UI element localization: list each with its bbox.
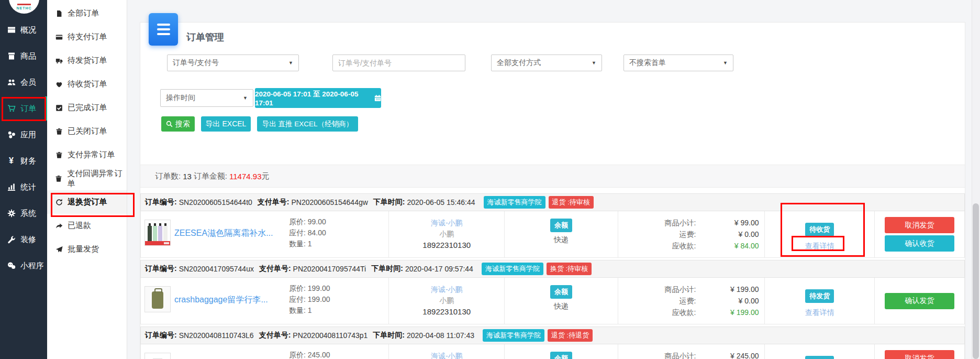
order-status-badge: 待收货 bbox=[805, 223, 834, 236]
yen-icon: ¥ bbox=[7, 157, 16, 166]
redo-arrow-icon bbox=[55, 222, 63, 230]
scrollbar-thumb[interactable] bbox=[973, 203, 979, 359]
submenu-item-payment-exception[interactable]: 支付异常订单 bbox=[47, 143, 127, 167]
order-action-button[interactable]: 取消发货 bbox=[885, 350, 954, 359]
order-time-value: 2020-04-08 11:07:43 bbox=[407, 331, 474, 340]
submenu-item-pending-shipment[interactable]: 待发货订单 bbox=[47, 49, 127, 72]
product-cell: ZEESEA滋色隔离霜补水... 原价: 99.00 应付: 84.00 数量:… bbox=[141, 211, 389, 257]
main-nav: 概况 商品 会员 订单 应用 ¥ 财务 统计 系统 bbox=[0, 17, 47, 279]
order-row: ZEESEA滋色隔离霜补水... 原价: 99.00 应付: 84.00 数量:… bbox=[140, 211, 965, 258]
chevron-down-icon: ▼ bbox=[592, 60, 596, 66]
submenu-item-closed[interactable]: 已关闭订单 bbox=[47, 119, 127, 143]
sidebar-item-orders[interactable]: 订单 bbox=[0, 95, 47, 122]
product-name-link[interactable]: ZEESEA滋色隔离霜补水... bbox=[174, 228, 273, 239]
sidebar-item-members[interactable]: 会员 bbox=[0, 69, 47, 95]
buyer-cell: 海诚-小鹏 小鹏 18922310130 bbox=[389, 278, 505, 324]
sidebar-item-overview[interactable]: 概况 bbox=[0, 17, 47, 43]
sidebar-item-label: 订单 bbox=[20, 104, 36, 114]
order-time-label: 下单时间: bbox=[371, 264, 403, 274]
order-field-select[interactable]: 订单号/支付号 ▼ bbox=[167, 55, 299, 71]
pay-method-select[interactable]: 全部支付方式 ▼ bbox=[491, 55, 602, 71]
order-action-button[interactable]: 确认发货 bbox=[885, 293, 954, 309]
totals-cell: 商品小计:¥ 199.00 运费:¥ 0.00 应收款:¥ 199.00 bbox=[618, 278, 765, 324]
cart-icon bbox=[7, 104, 16, 113]
sidebar-item-apps[interactable]: 应用 bbox=[0, 122, 47, 148]
sidebar-item-miniprogram[interactable]: 小程序 bbox=[0, 253, 47, 279]
product-image[interactable] bbox=[144, 220, 171, 246]
sidebar-item-system[interactable]: 系统 bbox=[0, 200, 47, 226]
order-amount-unit: 元 bbox=[261, 171, 269, 181]
subtotal-label: 商品小计: bbox=[665, 350, 696, 359]
export-dealer-excel-button[interactable]: 导出 直推 EXCEL（经销商） bbox=[257, 116, 358, 132]
sidebar-item-finance[interactable]: ¥ 财务 bbox=[0, 148, 47, 174]
chevron-down-icon: ▼ bbox=[288, 60, 293, 66]
scrollbar-track bbox=[972, 0, 980, 359]
buyer-name: 小鹏 bbox=[389, 295, 504, 306]
order-count-value: 13 bbox=[183, 172, 192, 181]
submenu-item-label: 已退款 bbox=[68, 221, 91, 231]
submenu-item-batch-shipment[interactable]: 批量发货 bbox=[47, 237, 127, 261]
view-detail-link[interactable]: 查看详情 bbox=[765, 308, 874, 318]
export-excel-button[interactable]: 导出 EXCEL bbox=[201, 116, 251, 132]
submenu-item-callback-exception[interactable]: 支付回调异常订单 bbox=[47, 167, 127, 190]
buyer-cell: 海诚-小鹏 bbox=[389, 344, 505, 359]
subtotal-value: ¥ 199.00 bbox=[696, 284, 759, 295]
quantity-row: 数量: 1 bbox=[289, 305, 330, 316]
order-count-label: 订单数: bbox=[155, 171, 181, 181]
sidebar-item-decorate[interactable]: 装修 bbox=[0, 226, 47, 253]
product-cell: 原价: 245.00 应付: 数量: bbox=[141, 344, 389, 359]
order-row: 原价: 245.00 应付: 数量: 海诚-小鹏 余额 商品小计:¥ 245.0… bbox=[140, 344, 965, 359]
bar-chart-icon bbox=[7, 183, 16, 192]
select-value: 操作时间 bbox=[166, 93, 195, 103]
submenu-item-return-exchange[interactable]: 退换货订单 bbox=[47, 190, 127, 214]
receivable-value: ¥ 199.00 bbox=[696, 307, 759, 318]
buyer-shop-link[interactable]: 海诚-小鹏 bbox=[389, 284, 504, 295]
submenu-item-refunded[interactable]: 已退款 bbox=[47, 214, 127, 237]
order-list: 订单编号: SN20200605154644t0 支付单号: PN2020060… bbox=[140, 193, 965, 359]
submenu-item-pending-payment[interactable]: 待支付订单 bbox=[47, 25, 127, 49]
product-price-list: 原价: 99.00 应付: 84.00 数量: 1 bbox=[289, 216, 326, 249]
product-image[interactable] bbox=[144, 353, 171, 359]
order-no-value: SN20200408110743L6 bbox=[179, 331, 254, 340]
pay-method-badge: 余额 bbox=[550, 352, 572, 359]
original-price-value: 99.00 bbox=[308, 217, 326, 226]
submenu-item-all-orders[interactable]: 全部订单 bbox=[47, 2, 127, 25]
chat-bubbles-icon bbox=[7, 262, 16, 270]
subtotal-label: 商品小计: bbox=[665, 217, 696, 229]
sidebar-item-goods[interactable]: 商品 bbox=[0, 43, 47, 69]
view-detail-link[interactable]: 查看详情 bbox=[765, 242, 874, 251]
search-button[interactable]: 搜索 bbox=[161, 116, 195, 132]
submenu-item-completed[interactable]: 已完成订单 bbox=[47, 96, 127, 119]
product-image[interactable] bbox=[144, 286, 171, 312]
sidebar-item-stats[interactable]: 统计 bbox=[0, 174, 47, 200]
date-range-button[interactable]: 2020-06-05 17:01 至 2020-06-05 17:01 bbox=[255, 88, 381, 108]
date-range-text: 2020-06-05 17:01 至 2020-06-05 17:01 bbox=[255, 90, 371, 107]
hamburger-menu-button[interactable] bbox=[149, 13, 178, 46]
buyer-shop-link[interactable]: 海诚-小鹏 bbox=[389, 351, 504, 359]
pay-method-badge: 余额 bbox=[550, 285, 572, 299]
wrench-icon bbox=[7, 235, 16, 244]
submenu-item-pending-receipt[interactable]: 待收货订单 bbox=[47, 72, 127, 96]
product-price-list: 原价: 245.00 应付: 数量: bbox=[289, 350, 330, 359]
original-price-label: 原价: bbox=[289, 284, 306, 292]
return-status-badge: 换货 :待审核 bbox=[547, 263, 592, 275]
order-amount-label: 订单金额: bbox=[194, 171, 227, 181]
first-order-select[interactable]: 不搜索首单 ▼ bbox=[623, 55, 733, 71]
order-action-button[interactable]: 取消发货 bbox=[885, 217, 954, 233]
time-type-select[interactable]: 操作时间 ▼ bbox=[160, 89, 253, 107]
payable-price-row: 应付: 84.00 bbox=[289, 227, 326, 238]
apps-icon bbox=[7, 130, 16, 139]
original-price-value: 199.00 bbox=[308, 284, 330, 292]
submenu-item-label: 批量发货 bbox=[68, 244, 99, 254]
buyer-shop-link[interactable]: 海诚-小鹏 bbox=[389, 217, 504, 229]
order-action-button[interactable]: 确认收货 bbox=[885, 235, 954, 252]
payable-price-value: 84.00 bbox=[308, 229, 326, 237]
product-name-link[interactable]: crashbaggage留学行李... bbox=[174, 295, 268, 306]
hamburger-icon bbox=[157, 28, 170, 30]
brand-logo[interactable]: NETHC bbox=[9, 0, 39, 14]
actions-cell: 取消发货 确认收货 bbox=[875, 344, 964, 359]
original-price-label: 原价: bbox=[289, 351, 306, 359]
search-button-label: 搜索 bbox=[175, 119, 190, 129]
trash-icon bbox=[55, 175, 62, 182]
keyword-input[interactable] bbox=[332, 55, 465, 71]
